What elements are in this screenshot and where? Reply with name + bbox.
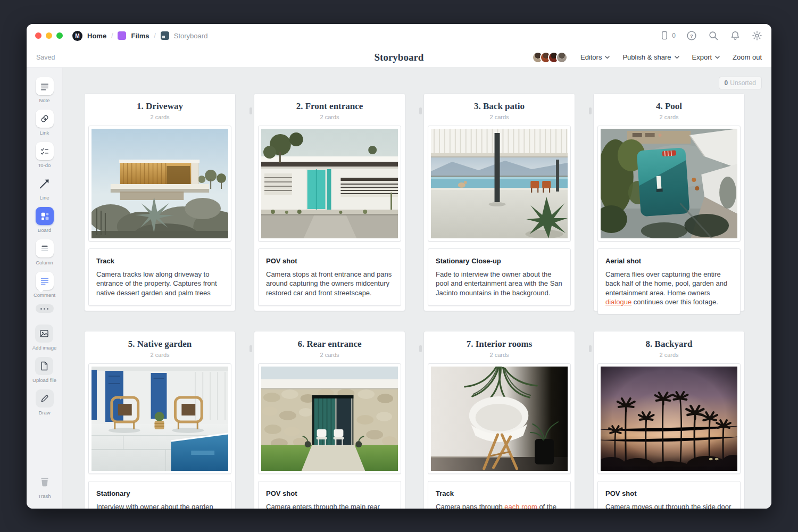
- column-title[interactable]: 4. Pool: [597, 101, 741, 112]
- unsorted-label: Unsorted: [730, 79, 756, 87]
- publish-share-menu-button[interactable]: Publish & share: [622, 53, 679, 61]
- breadcrumb-films[interactable]: Films: [131, 32, 149, 40]
- column-title[interactable]: 3. Back patio: [428, 101, 571, 112]
- inline-link[interactable]: each room: [504, 503, 537, 509]
- column-title[interactable]: 6. Rear entrance: [258, 339, 401, 350]
- image-card[interactable]: [428, 363, 571, 474]
- column-tool-button[interactable]: [36, 239, 54, 257]
- breadcrumb-separator: /: [111, 32, 113, 39]
- unsorted-count: 0: [725, 79, 728, 87]
- mobile-app-button[interactable]: 0: [659, 30, 676, 41]
- column-driveway[interactable]: 1. Driveway 2 cards: [84, 93, 236, 311]
- chevron-down-icon: [675, 56, 679, 59]
- publish-share-label: Publish & share: [622, 53, 671, 61]
- tool-label: Add image: [32, 345, 56, 351]
- photo-pool-aerial: [601, 129, 737, 238]
- films-board-icon[interactable]: [118, 31, 126, 40]
- upload-file-button[interactable]: [35, 357, 53, 375]
- zoom-out-button[interactable]: Zoom out: [733, 53, 762, 61]
- card-label: Aerial shot: [605, 257, 733, 265]
- add-image-icon: [38, 328, 50, 339]
- editors-menu-button[interactable]: Editors: [580, 53, 610, 61]
- inline-link[interactable]: dialogue: [605, 298, 631, 306]
- column-title[interactable]: 8. Backyard: [597, 339, 741, 350]
- column-pool[interactable]: 4. Pool 2 cards: [593, 93, 745, 311]
- note-tool-button[interactable]: [36, 77, 54, 95]
- gear-icon: [751, 30, 763, 41]
- editors-label: Editors: [580, 53, 602, 61]
- note-icon: [39, 80, 51, 92]
- milanote-logo-icon[interactable]: M: [72, 31, 82, 41]
- zoom-window-button[interactable]: [56, 32, 63, 39]
- add-image-button[interactable]: [35, 325, 53, 343]
- card-label: Track: [436, 489, 563, 497]
- text-card[interactable]: Stationary Close-up Fade to interview th…: [428, 248, 571, 306]
- line-tool-button[interactable]: [36, 174, 54, 193]
- breadcrumb-home[interactable]: Home: [87, 32, 106, 40]
- image-card[interactable]: [88, 363, 231, 474]
- board-tool-button[interactable]: [36, 207, 54, 225]
- column-title[interactable]: 5. Native garden: [88, 339, 231, 350]
- image-card[interactable]: [258, 363, 401, 474]
- image-card[interactable]: [597, 363, 741, 474]
- card-text: Camera flies over capturing the entire b…: [605, 270, 733, 306]
- column-connector: [589, 107, 592, 114]
- export-menu-button[interactable]: Export: [692, 53, 720, 61]
- column-rear-entrance[interactable]: 6. Rear entrance 2 cards: [254, 331, 405, 509]
- column-grid: 1. Driveway 2 cards: [84, 93, 745, 509]
- rear-entrance-illustration: [261, 367, 398, 471]
- card-text: Interview with owner about the garden: [96, 502, 223, 509]
- tool-label: Note: [39, 97, 49, 103]
- help-button[interactable]: ?: [686, 30, 697, 41]
- avatar[interactable]: [556, 52, 568, 63]
- column-title[interactable]: 1. Driveway: [88, 101, 231, 112]
- draw-tool-button[interactable]: [36, 389, 54, 408]
- notifications-button[interactable]: [729, 30, 741, 41]
- more-tools-button[interactable]: [36, 304, 54, 313]
- column-title[interactable]: 7. Interior rooms: [428, 339, 571, 350]
- comment-tool-button[interactable]: [36, 272, 54, 290]
- column-card-count: 2 cards: [597, 352, 741, 358]
- text-card[interactable]: Track Camera pans through each room of t…: [428, 481, 571, 509]
- editor-avatars[interactable]: [532, 52, 568, 63]
- column-native-garden[interactable]: 5. Native garden 2 cards: [84, 331, 236, 509]
- text-card[interactable]: Aerial shot Camera flies over capturing …: [597, 248, 741, 314]
- unsorted-badge[interactable]: 0Unsorted: [719, 77, 762, 89]
- tool-label: Comment: [34, 292, 55, 298]
- image-card[interactable]: [258, 126, 401, 242]
- column-connector: [419, 345, 422, 352]
- tool-label: Column: [36, 260, 53, 265]
- close-window-button[interactable]: [35, 32, 41, 39]
- backyard-sunset-illustration: [601, 367, 737, 471]
- column-card-count: 2 cards: [258, 114, 401, 120]
- text-card[interactable]: POV shot Camera stops at front entrance …: [258, 248, 401, 306]
- column-title[interactable]: 2. Front entrance: [258, 101, 401, 112]
- text-card[interactable]: POV shot Camera enters through the main …: [258, 481, 401, 509]
- chevron-down-icon: [605, 56, 610, 59]
- link-tool-button[interactable]: [36, 110, 54, 128]
- trash-button[interactable]: [36, 473, 54, 491]
- tool-label: Line: [40, 195, 49, 201]
- column-back-patio[interactable]: 3. Back patio 2 cards: [423, 93, 575, 311]
- breadcrumb-storyboard[interactable]: Storyboard: [174, 32, 208, 40]
- todo-tool-button[interactable]: [36, 142, 54, 160]
- settings-button[interactable]: [751, 30, 763, 41]
- text-card[interactable]: POV shot Camera moves out through the si…: [597, 481, 741, 509]
- image-card[interactable]: [88, 126, 231, 242]
- column-connector: [589, 345, 592, 352]
- column-front-entrance[interactable]: 2. Front entrance 2 cards: [254, 93, 405, 311]
- text-card[interactable]: Track Camera tracks low along driveway t…: [88, 248, 231, 306]
- mobile-icon: [659, 30, 670, 41]
- text-card[interactable]: Stationary Interview with owner about th…: [88, 481, 231, 509]
- card-label: Stationary Close-up: [436, 257, 563, 265]
- board-canvas[interactable]: 0Unsorted 1. Driveway 2 cards: [63, 68, 771, 509]
- image-card[interactable]: [597, 126, 741, 242]
- column-backyard[interactable]: 8. Backyard 2 cards: [593, 331, 745, 509]
- image-card[interactable]: [428, 126, 571, 242]
- column-interior-rooms[interactable]: 7. Interior rooms 2 cards: [423, 331, 575, 509]
- tool-label: To-do: [38, 162, 51, 168]
- search-button[interactable]: [708, 30, 719, 41]
- storyboard-board-icon[interactable]: [161, 31, 169, 40]
- minimize-window-button[interactable]: [46, 32, 52, 39]
- breadcrumb: M Home / Films / Storyboard: [72, 31, 207, 41]
